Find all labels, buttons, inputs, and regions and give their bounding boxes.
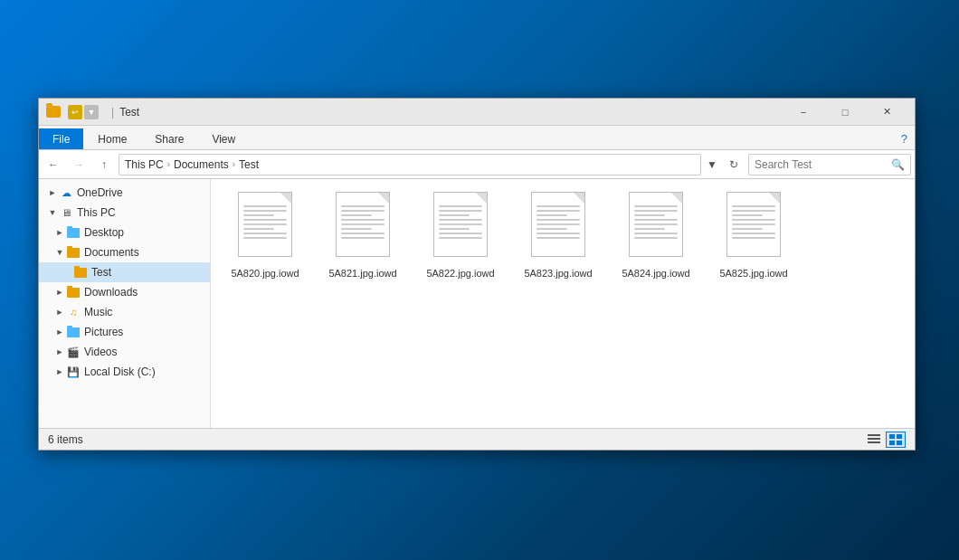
file-line (243, 219, 287, 221)
up-button[interactable]: ↑ (93, 154, 115, 176)
maximize-button[interactable]: □ (824, 99, 866, 126)
item-count: 6 items (48, 433, 83, 446)
search-icon[interactable]: 🔍 (891, 158, 905, 171)
videos-folder-icon: 🎬 (66, 346, 81, 358)
file-line (536, 205, 580, 207)
explorer-window: ↩ ▼ | Test − □ ✕ File Home Share View ? … (38, 98, 916, 451)
forward-button[interactable]: → (68, 154, 90, 176)
cloud-icon: ☁ (59, 186, 73, 199)
file-line (536, 214, 567, 216)
search-box[interactable]: 🔍 (748, 154, 911, 176)
file-line (243, 214, 274, 216)
chevron-pictures: ► (53, 327, 66, 337)
folder-icon-documents (66, 246, 81, 259)
chevron-desktop: ► (53, 228, 66, 237)
chevron-thispc: ▼ (46, 208, 59, 217)
close-button[interactable]: ✕ (866, 99, 907, 126)
sidebar-item-pictures[interactable]: ► Pictures (39, 322, 210, 342)
refresh-button[interactable]: ↻ (723, 154, 745, 176)
file-line (634, 210, 678, 212)
help-icon[interactable]: ? (894, 128, 915, 149)
sidebar-item-downloads[interactable]: ► Downloads (39, 282, 210, 302)
file-line (439, 214, 470, 216)
file-line (732, 214, 763, 216)
sidebar-label-videos: Videos (84, 346, 117, 358)
view-details-button[interactable] (864, 432, 884, 448)
file-line (243, 210, 287, 212)
path-this-pc[interactable]: This PC (125, 158, 164, 171)
file-item-1[interactable]: 5A821.jpg.iowd (318, 188, 408, 283)
file-line (439, 205, 482, 207)
sidebar-item-localdisk[interactable]: ► 💾 Local Disk (C:) (39, 362, 210, 382)
file-line (439, 210, 482, 212)
file-icon (527, 192, 590, 264)
disk-icon: 💾 (66, 365, 81, 378)
file-page-lines (239, 193, 291, 243)
view-large-icons-button[interactable] (886, 432, 906, 448)
sidebar-item-desktop[interactable]: ► Desktop (39, 223, 210, 242)
sidebar-item-thispc[interactable]: ▼ 🖥 This PC (39, 203, 210, 223)
file-item-0[interactable]: 5A820.jpg.iowd (220, 188, 310, 283)
sidebar: ► ☁ OneDrive ▼ 🖥 This PC ► Deskt (39, 179, 211, 428)
chevron-videos: ► (53, 347, 66, 356)
file-line (732, 228, 763, 230)
file-line (634, 219, 678, 221)
window-controls: − □ ✕ (783, 99, 907, 126)
sidebar-item-videos[interactable]: ► 🎬 Videos (39, 342, 210, 362)
address-dropdown[interactable]: ▼ (705, 154, 719, 176)
tab-home[interactable]: Home (84, 128, 140, 149)
file-line (634, 214, 665, 216)
quick-btn-2[interactable]: ▼ (84, 105, 99, 119)
ribbon-tabs: File Home Share View ? (39, 126, 915, 149)
chevron-onedrive: ► (46, 188, 59, 197)
sidebar-item-music[interactable]: ► ♫ Music (39, 302, 210, 322)
file-item-4[interactable]: 5A824.jpg.iowd (611, 188, 701, 283)
address-path[interactable]: This PC › Documents › Test (119, 154, 701, 176)
svg-rect-1 (868, 438, 880, 440)
file-page (336, 192, 390, 257)
sidebar-item-documents[interactable]: ▼ Documents (39, 242, 210, 262)
file-page-lines (630, 193, 682, 243)
file-item-5[interactable]: 5A825.jpg.iowd (708, 188, 799, 283)
file-line (536, 223, 580, 225)
file-icon (429, 192, 492, 264)
file-line (243, 237, 287, 239)
file-line (439, 219, 482, 221)
file-line (341, 205, 385, 207)
file-line (634, 237, 678, 239)
file-line (439, 233, 482, 234)
sidebar-item-onedrive[interactable]: ► ☁ OneDrive (39, 183, 210, 203)
file-page-lines (434, 193, 487, 243)
sidebar-item-test[interactable]: Test (39, 262, 210, 282)
file-item-3[interactable]: 5A823.jpg.iowd (513, 188, 603, 283)
back-button[interactable]: ← (43, 154, 64, 176)
chevron-localdisk: ► (53, 367, 66, 376)
file-page (238, 192, 292, 257)
svg-rect-0 (868, 434, 880, 436)
file-item-2[interactable]: 5A822.jpg.iowd (415, 188, 506, 283)
path-documents[interactable]: Documents (174, 158, 229, 171)
file-line (732, 210, 775, 212)
file-line (341, 214, 372, 216)
file-line (732, 219, 775, 221)
status-bar: 6 items (39, 428, 915, 450)
file-line (439, 237, 482, 239)
window-folder-icon (46, 106, 61, 118)
title-bar: ↩ ▼ | Test − □ ✕ (39, 99, 915, 126)
svg-rect-4 (897, 434, 902, 439)
search-input[interactable] (755, 158, 891, 171)
title-separator: | (111, 106, 114, 119)
file-line (341, 219, 385, 221)
file-line (732, 237, 775, 239)
quick-btn-1[interactable]: ↩ (68, 105, 82, 119)
chevron-music: ► (53, 308, 66, 317)
pc-icon: 🖥 (59, 206, 73, 219)
ribbon: File Home Share View ? (39, 126, 915, 150)
quick-access-toolbar: ↩ ▼ (68, 105, 99, 119)
path-test[interactable]: Test (239, 158, 259, 171)
tab-share[interactable]: Share (141, 128, 197, 149)
tab-file[interactable]: File (39, 128, 83, 149)
minimize-button[interactable]: − (783, 99, 824, 126)
file-name: 5A820.jpg.iowd (231, 268, 299, 280)
tab-view[interactable]: View (198, 128, 249, 149)
